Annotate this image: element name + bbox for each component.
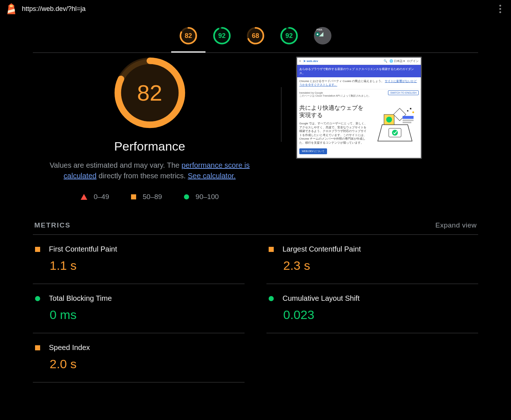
svg-rect-33 [410, 108, 411, 109]
thumb-illustration [371, 103, 419, 143]
audit-url: https://web.dev/?hl=ja [22, 5, 86, 13]
search-icon: 🔍 [384, 59, 387, 63]
performance-score: 82 [114, 57, 185, 128]
legend-avg-range: 50–89 [143, 193, 162, 201]
category-gauge-pwa[interactable]: PWA [314, 27, 331, 44]
explain-text: Values are estimated and may vary. The [50, 161, 181, 169]
category-gauge-performance[interactable]: 82 [180, 27, 197, 44]
average-square-icon [35, 247, 40, 252]
gauge-score: 68 [247, 27, 264, 44]
thumb-headline: 共により快適なウェブを実現する [299, 104, 369, 119]
metrics-grid: First Contentful Paint 1.1 s Largest Con… [33, 235, 478, 382]
thumb-logo: ➤ web.dev [303, 59, 318, 63]
metric-value: 0 ms [50, 308, 242, 322]
lighthouse-icon [7, 3, 16, 14]
average-square-icon [131, 194, 136, 199]
metric-name: Largest Contentful Paint [283, 245, 361, 253]
thumb-cta-button: WEB.DEV について [299, 148, 327, 154]
svg-point-27 [386, 117, 392, 122]
metric-total-blocking-time[interactable]: Total Blocking Time 0 ms [33, 284, 245, 333]
hamburger-icon: ≡ [299, 59, 301, 63]
gauge-score: 92 [213, 27, 231, 44]
expand-view-toggle[interactable]: Expand view [435, 221, 477, 229]
login-button: ログイン [407, 59, 419, 63]
metric-value: 2.0 s [50, 357, 242, 371]
page-screenshot-thumbnail[interactable]: ≡ ➤ web.dev 🔍 🌐 日本語 ▾ ログイン あらゆるブラウザで動作する… [296, 57, 422, 159]
metric-speed-index[interactable]: Speed Index 2.0 s [33, 333, 245, 382]
average-square-icon [269, 247, 274, 252]
metric-value: 2.3 s [283, 258, 476, 273]
metric-value: 0.023 [283, 308, 476, 322]
svg-rect-29 [403, 116, 414, 119]
switch-to-english-button: SWITCH TO ENGLISH [388, 90, 419, 95]
metric-value: 1.1 s [50, 258, 242, 273]
explain-text: directly from these metrics. [99, 172, 188, 180]
performance-big-gauge: 82 [114, 57, 185, 128]
metrics-title: METRICS [34, 221, 71, 229]
average-square-icon [35, 345, 40, 350]
metric-name: First Contentful Paint [49, 245, 117, 253]
legend-fail-range: 0–49 [94, 193, 109, 201]
category-gauges-row: 82926892PWA [33, 18, 478, 53]
category-gauge-accessibility[interactable]: 92 [213, 27, 231, 44]
topbar: https://web.dev/?hl=ja [0, 0, 511, 18]
score-legend: 0–49 50–89 90–100 [81, 193, 219, 201]
legend-pass-range: 90–100 [196, 193, 219, 201]
thumb-translation-note: translated by Google このページは Cloud Transl… [297, 89, 421, 100]
link-see-calculator[interactable]: See calculator. [188, 172, 235, 180]
pass-circle-icon [35, 296, 40, 301]
metrics-header: METRICS Expand view [33, 221, 478, 235]
metric-first-contentful-paint[interactable]: First Contentful Paint 1.1 s [33, 235, 245, 284]
thumb-banner: あらゆるブラウザで動作する最新のウェブ エクスペリエンスを構築するためのガイダン… [297, 65, 421, 77]
category-gauge-best-practices[interactable]: 68 [247, 27, 264, 44]
section-title-performance: Performance [114, 139, 185, 153]
performance-hero: 82 Performance Values are estimated and … [33, 53, 478, 215]
category-gauge-seo[interactable]: 92 [280, 27, 298, 44]
language-selector: 🌐 日本語 ▾ [389, 59, 405, 63]
hero-divider [281, 87, 281, 142]
svg-point-32 [407, 110, 408, 112]
metric-cumulative-layout-shift[interactable]: Cumulative Layout Shift 0.023 [266, 284, 478, 333]
svg-rect-30 [403, 120, 414, 121]
metric-name: Cumulative Layout Shift [283, 294, 360, 303]
thumb-paragraph: Google では、すべてのユーザーにとって、楽しく、アクセスしやすく、高速で、… [299, 122, 369, 145]
svg-point-25 [392, 130, 398, 136]
pass-circle-icon [184, 194, 189, 199]
metric-largest-contentful-paint[interactable]: Largest Contentful Paint 2.3 s [266, 235, 478, 284]
metric-name: Total Blocking Time [49, 294, 112, 303]
metric-name: Speed Index [49, 343, 90, 352]
gauge-score: 92 [280, 27, 298, 44]
pass-circle-icon [269, 296, 274, 301]
svg-rect-1 [10, 5, 13, 7]
performance-explain: Values are estimated and may vary. The p… [47, 160, 252, 181]
gauge-score: 82 [180, 27, 197, 44]
thumb-notice: Chrome におけるサードパーティ Cookie の廃止に備えましょう。 サイ… [297, 77, 421, 89]
more-menu-button[interactable] [496, 4, 504, 13]
fail-triangle-icon [81, 194, 87, 200]
svg-rect-31 [403, 122, 411, 123]
svg-text:PWA: PWA [316, 28, 322, 31]
